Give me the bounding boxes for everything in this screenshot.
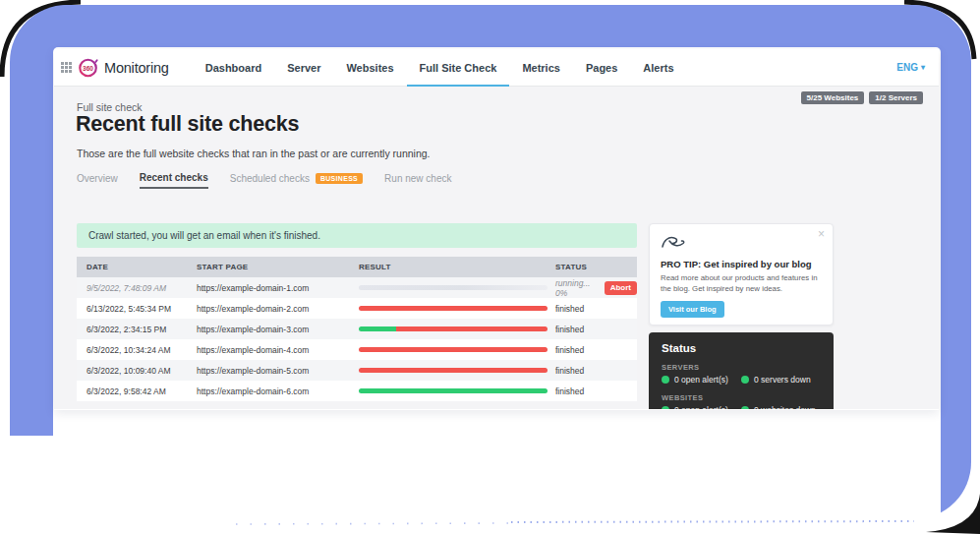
green-status-dot-icon (662, 406, 669, 409)
servers-usage-badge[interactable]: 1/2 Servers (869, 91, 923, 104)
nav-item-metrics[interactable]: Metrics (509, 49, 573, 87)
svg-text:360: 360 (83, 64, 93, 71)
result-bar (359, 347, 548, 352)
table-row[interactable]: 6/13/2022, 5:45:34 PM https://example-do… (77, 298, 637, 319)
table-row[interactable]: 9/5/2022, 7:48:09 AM https://example-dom… (77, 277, 637, 298)
cell-start-page: https://example-domain-1.com (197, 283, 359, 293)
status-item: 0 open alert(s) (662, 405, 741, 409)
tab-run-new-check[interactable]: Run new check (384, 173, 451, 188)
chevron-down-icon: ▾ (921, 63, 925, 72)
page-content: 5/25 Websites 1/2 Servers Full site chec… (54, 87, 939, 409)
table-row[interactable]: 6/3/2022, 9:58:42 AM https://example-dom… (77, 381, 637, 401)
cell-status: finished (555, 345, 637, 355)
cell-result (359, 347, 555, 352)
green-status-dot-icon (741, 376, 749, 384)
tab-recent-checks[interactable]: Recent checks (140, 172, 208, 189)
cell-start-page: https://example-domain-3.com (197, 325, 359, 334)
cell-date: 6/3/2022, 10:09:40 AM (77, 366, 197, 376)
status-card-title: Status (662, 342, 821, 354)
top-navbar: 360 Monitoring Dashboard Server Websites… (54, 49, 939, 87)
status-item: 0 servers down (741, 375, 821, 385)
status-row: 0 open alert(s) 0 websites down (662, 405, 821, 409)
col-header-result: RESULT (359, 263, 555, 271)
cell-date: 6/3/2022, 9:58:42 AM (77, 386, 197, 396)
cell-result (359, 388, 555, 393)
cell-status: finished (555, 325, 637, 334)
status-text: finished (555, 345, 584, 355)
success-banner: Crawl started, you will get an email whe… (77, 223, 637, 248)
status-text: finished (555, 386, 584, 396)
brand-name: Monitoring (104, 60, 169, 76)
cell-start-page: https://example-domain-4.com (197, 345, 359, 355)
nav-item-dashboard[interactable]: Dashboard (193, 49, 274, 87)
cell-status: finished (555, 304, 637, 314)
table-row[interactable]: 6/3/2022, 10:34:24 AM https://example-do… (77, 339, 637, 360)
cell-date: 6/3/2022, 10:34:24 AM (77, 345, 197, 355)
language-selector[interactable]: ENG ▾ (896, 62, 925, 73)
col-header-start-page: START PAGE (197, 263, 359, 271)
status-row: 0 open alert(s) 0 servers down (662, 375, 821, 385)
main-nav: Dashboard Server Websites Full Site Chec… (193, 49, 687, 87)
checks-table: DATE START PAGE RESULT STATUS 9/5/2022, … (77, 257, 637, 401)
result-bar (359, 388, 548, 393)
green-status-dot-icon (662, 376, 669, 384)
page-title: Recent full site checks (76, 112, 299, 137)
cell-start-page: https://example-domain-6.com (197, 386, 359, 396)
status-section-servers: SERVERS (662, 363, 821, 372)
col-header-status: STATUS (555, 263, 637, 271)
status-item-text: 0 open alert(s) (674, 405, 728, 409)
table-row[interactable]: 6/3/2022, 2:34:15 PM https://example-dom… (77, 319, 637, 339)
cell-result (359, 326, 555, 331)
cell-status: finished (555, 366, 637, 376)
close-icon[interactable]: × (818, 228, 825, 240)
business-badge: BUSINESS (316, 173, 363, 184)
status-card: Status SERVERS 0 open alert(s) 0 servers… (649, 332, 834, 409)
cell-start-page: https://example-domain-5.com (197, 366, 359, 376)
page-description: Those are the full website checks that r… (77, 148, 431, 159)
status-text: finished (555, 325, 584, 334)
cell-result (359, 285, 555, 290)
pro-tip-body: Read more about our products and feature… (661, 272, 822, 295)
sketch-hands-icon (661, 233, 686, 251)
cell-date: 9/5/2022, 7:48:09 AM (77, 283, 197, 293)
status-item: 0 websites down (741, 405, 821, 409)
tab-scheduled-label: Scheduled checks (230, 173, 310, 184)
nav-item-alerts[interactable]: Alerts (630, 49, 686, 87)
result-bar (359, 326, 548, 331)
brand-logo[interactable]: 360 Monitoring (78, 57, 169, 79)
status-text: running... 0% (555, 278, 600, 298)
app-window: 360 Monitoring Dashboard Server Websites… (54, 49, 939, 410)
websites-usage-badge[interactable]: 5/25 Websites (801, 91, 865, 104)
status-item-text: 0 servers down (754, 375, 811, 385)
pro-tip-title: PRO TIP: Get inspired by our blog (661, 259, 822, 269)
status-item: 0 open alert(s) (662, 375, 741, 385)
tab-overview[interactable]: Overview (77, 173, 118, 188)
col-header-date: DATE (77, 263, 197, 271)
pro-tip-card: × PRO TIP: Get inspired by our blog Read… (649, 223, 834, 326)
language-code: ENG (896, 62, 918, 73)
marketing-screenshot: 360 Monitoring Dashboard Server Websites… (0, 0, 980, 534)
status-item-text: 0 open alert(s) (674, 375, 728, 385)
cell-status: running... 0% Abort (555, 278, 637, 298)
status-item-text: 0 websites down (754, 405, 816, 409)
usage-badges: 5/25 Websites 1/2 Servers (801, 91, 923, 104)
cell-date: 6/13/2022, 5:45:34 PM (77, 304, 197, 314)
progress-bar (359, 285, 548, 290)
nav-item-server[interactable]: Server (274, 49, 333, 87)
status-section-websites: WEBSITES (662, 393, 821, 402)
abort-button[interactable]: Abort (605, 281, 637, 295)
table-header-row: DATE START PAGE RESULT STATUS (77, 257, 637, 277)
table-row[interactable]: 6/3/2022, 10:09:40 AM https://example-do… (77, 360, 637, 381)
cell-start-page: https://example-domain-2.com (197, 304, 359, 314)
nav-item-websites[interactable]: Websites (333, 49, 406, 87)
status-text: finished (555, 366, 584, 376)
nav-item-full-site-check[interactable]: Full Site Check (407, 49, 510, 87)
visit-blog-button[interactable]: Visit our Blog (661, 301, 724, 318)
cell-date: 6/3/2022, 2:34:15 PM (77, 325, 197, 334)
tab-bar: Overview Recent checks Scheduled checks … (77, 172, 451, 189)
tab-scheduled-checks[interactable]: Scheduled checks BUSINESS (230, 173, 363, 188)
cell-result (359, 306, 555, 311)
app-launcher-icon[interactable] (61, 62, 72, 73)
logo-360-icon: 360 (78, 57, 99, 79)
nav-item-pages[interactable]: Pages (573, 49, 630, 87)
